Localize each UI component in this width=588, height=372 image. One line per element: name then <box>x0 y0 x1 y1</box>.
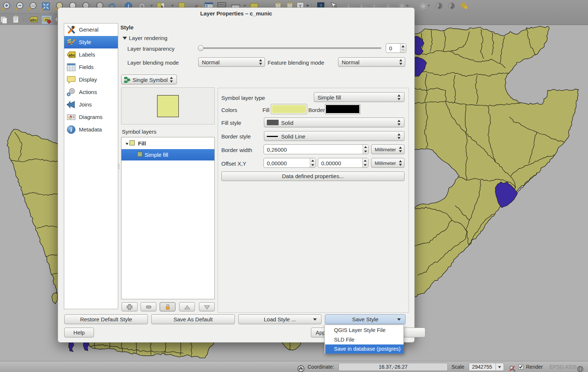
svg-text:abc: abc <box>30 18 37 22</box>
svg-text:abc: abc <box>69 53 75 57</box>
svg-text:i: i <box>70 127 72 133</box>
svg-text:1:1: 1:1 <box>31 4 35 7</box>
